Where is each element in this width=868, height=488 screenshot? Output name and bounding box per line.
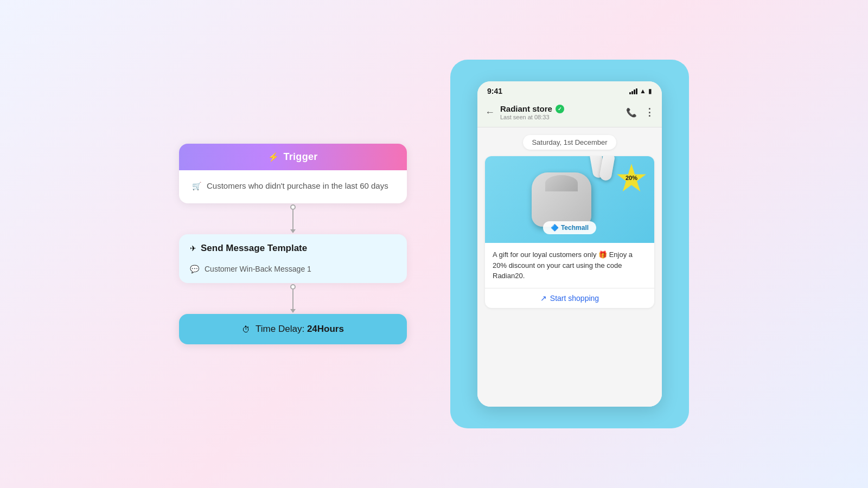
airpods-case bbox=[532, 172, 591, 227]
header-actions: 📞 ⋮ bbox=[626, 106, 654, 118]
techmall-icon: 🔷 bbox=[551, 224, 559, 232]
message-bubble: 20% 🔷 Techmall A gift for our loyal cust… bbox=[485, 156, 654, 308]
send-message-header: ✈ Send Message Template bbox=[179, 234, 407, 262]
battery-icon: ▮ bbox=[648, 87, 652, 95]
cart-icon: 🛒 bbox=[192, 182, 201, 190]
back-button[interactable]: ← bbox=[485, 107, 495, 118]
last-seen-text: Last seen at 08:33 bbox=[500, 114, 621, 120]
connector-dot-2 bbox=[290, 284, 296, 290]
phone-mockup: 9:41 ▲ ▮ ← Radiant store bbox=[477, 81, 662, 407]
more-options-icon[interactable]: ⋮ bbox=[644, 106, 654, 118]
phone-chat-content: Saturday, 1st December bbox=[477, 127, 662, 407]
time-delay-card[interactable]: ⏱ Time Delay: 24Hours bbox=[179, 314, 407, 344]
trigger-description: Customers who didn't purchase in the las… bbox=[207, 181, 388, 190]
connector-line-1 bbox=[292, 210, 293, 229]
send-message-card[interactable]: ✈ Send Message Template 💬 Customer Win-B… bbox=[179, 234, 407, 283]
signal-bar-1 bbox=[629, 92, 631, 94]
time-delay-text: Time Delay: 24Hours bbox=[256, 324, 344, 335]
trigger-header: ⚡ Trigger bbox=[179, 144, 407, 170]
store-name-row: Radiant store ✓ bbox=[500, 104, 621, 113]
trigger-card: ⚡ Trigger 🛒 Customers who didn't purchas… bbox=[179, 144, 407, 203]
connector-2 bbox=[290, 284, 296, 313]
trigger-title: Trigger bbox=[283, 151, 317, 163]
wifi-icon: ▲ bbox=[640, 87, 646, 95]
send-message-title: Send Message Template bbox=[201, 243, 307, 254]
cta-button[interactable]: ↗ Start shopping bbox=[485, 288, 654, 308]
phone-time: 9:41 bbox=[487, 87, 502, 95]
phone-panel: 9:41 ▲ ▮ ← Radiant store bbox=[450, 60, 689, 428]
techmall-logo: 🔷 Techmall bbox=[543, 221, 596, 234]
connector-dot-1 bbox=[290, 204, 296, 210]
link-out-icon: ↗ bbox=[540, 294, 547, 303]
connector-line-2 bbox=[292, 290, 293, 309]
signal-bar-4 bbox=[636, 88, 637, 94]
lightning-icon: ⚡ bbox=[268, 152, 279, 162]
store-name-text: Radiant store bbox=[500, 104, 552, 113]
phone-status-bar: 9:41 ▲ ▮ bbox=[477, 81, 662, 100]
check-icon: ✓ bbox=[558, 106, 562, 112]
trigger-body: 🛒 Customers who didn't purchase in the l… bbox=[179, 170, 407, 203]
cta-text: Start shopping bbox=[550, 294, 599, 303]
connector-arrow-1 bbox=[290, 229, 296, 233]
signal-bars bbox=[629, 88, 637, 94]
date-text: Saturday, 1st December bbox=[532, 138, 607, 146]
phone-call-icon[interactable]: 📞 bbox=[626, 107, 637, 118]
store-info: Radiant store ✓ Last seen at 08:33 bbox=[500, 104, 621, 120]
connector-1 bbox=[290, 204, 296, 233]
send-icon: ✈ bbox=[190, 244, 196, 253]
discount-badge: 20% bbox=[616, 164, 647, 194]
send-message-body: 💬 Customer Win-Back Message 1 bbox=[179, 262, 407, 283]
signal-bar-2 bbox=[631, 91, 633, 94]
discount-text: 20% bbox=[626, 175, 637, 181]
main-container: ⚡ Trigger 🛒 Customers who didn't purchas… bbox=[0, 0, 868, 488]
date-badge: Saturday, 1st December bbox=[523, 135, 616, 150]
techmall-name: Techmall bbox=[561, 224, 589, 232]
send-message-subtitle: Customer Win-Back Message 1 bbox=[205, 265, 311, 273]
phone-chat-header: ← Radiant store ✓ Last seen at 08:33 📞 ⋮ bbox=[477, 100, 662, 127]
phone-status-icons: ▲ ▮ bbox=[629, 87, 652, 95]
message-text: A gift for our loyal customers only 🎁 En… bbox=[485, 243, 654, 288]
product-image-container: 20% 🔷 Techmall bbox=[485, 156, 654, 243]
connector-arrow-2 bbox=[290, 309, 296, 313]
signal-bar-3 bbox=[634, 89, 635, 94]
workflow-panel: ⚡ Trigger 🛒 Customers who didn't purchas… bbox=[179, 144, 407, 344]
clock-icon: ⏱ bbox=[242, 325, 250, 334]
chat-icon: 💬 bbox=[190, 265, 199, 273]
verified-badge: ✓ bbox=[556, 105, 564, 113]
